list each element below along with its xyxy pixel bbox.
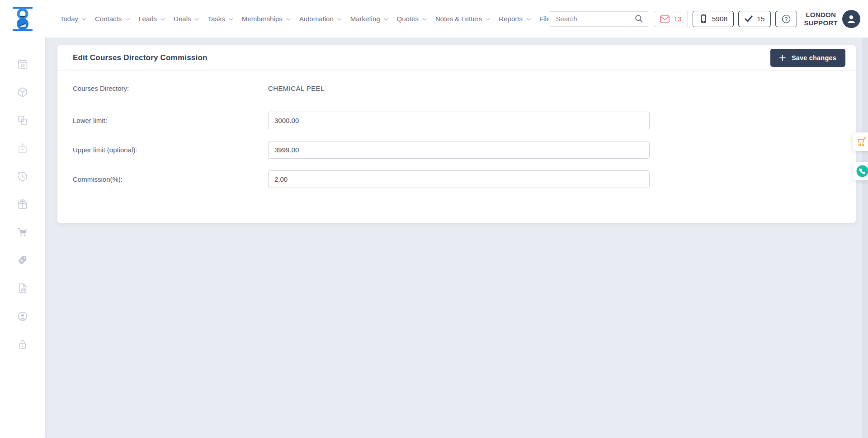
lower-limit-input[interactable]: [268, 112, 650, 129]
sidebar-item-history[interactable]: [17, 170, 28, 182]
sidebar-item-gifts[interactable]: [17, 198, 28, 210]
plus-icon: [779, 55, 786, 61]
sidebar-item-orders[interactable]: [17, 142, 28, 154]
panel-header: Edit Courses Directory Commission Save c…: [57, 45, 856, 71]
phone-icon: [856, 165, 868, 177]
hourglass-logo-icon: [11, 5, 34, 33]
nav-item-deals[interactable]: Deals: [174, 15, 199, 23]
nav-item-leads[interactable]: Leads: [138, 15, 165, 23]
app-logo[interactable]: [0, 0, 45, 38]
mobile-phone-icon: [699, 14, 708, 24]
sidebar-item-shop[interactable]: [17, 226, 28, 238]
tasks-count: 15: [757, 15, 764, 23]
calls-count: 5908: [712, 15, 727, 23]
lower-limit-label: Lower limit:: [73, 117, 268, 124]
chevron-down-icon: [82, 18, 86, 21]
sidebar-item-products[interactable]: [17, 86, 28, 98]
shopping-cart-icon: [17, 226, 28, 238]
commission-input[interactable]: [268, 170, 650, 188]
svg-text:?: ?: [785, 16, 788, 22]
search-box: [549, 11, 649, 27]
commission-label: Commission(%):: [73, 175, 268, 183]
lock-icon: [17, 339, 28, 350]
sidebar-item-support[interactable]: [17, 311, 28, 322]
chevron-down-icon: [160, 18, 165, 21]
tasks-badge[interactable]: 15: [738, 11, 771, 27]
form-row-courses-directory: Courses Directory: CHEMICAL PEEL: [73, 78, 856, 98]
chevron-down-icon: [384, 18, 388, 21]
nav-item-tasks[interactable]: Tasks: [208, 15, 233, 23]
checkmark-icon: [745, 15, 753, 22]
form-row-upper-limit: Upper limit (optional):: [73, 141, 856, 159]
package-cube-icon: [17, 86, 28, 98]
shopping-bag-icon: [17, 142, 28, 154]
messages-badge[interactable]: 13: [654, 11, 688, 27]
chevron-down-icon: [526, 18, 531, 21]
messages-count: 13: [674, 15, 681, 23]
gift-icon: [17, 198, 28, 210]
page-title: Edit Courses Directory Commission: [73, 53, 208, 62]
search-button[interactable]: [629, 12, 649, 26]
nav-item-memberships[interactable]: Memberships: [242, 15, 291, 23]
nav-item-marketing[interactable]: Marketing: [350, 15, 388, 23]
sidebar: 12: [0, 38, 45, 438]
nav-item-reports[interactable]: Reports: [499, 15, 531, 23]
search-input[interactable]: [549, 12, 629, 26]
main-nav: Today Contacts Leads Deals Tasks Members…: [60, 15, 554, 23]
sidebar-item-security[interactable]: [17, 339, 28, 350]
nav-item-contacts[interactable]: Contacts: [95, 15, 130, 23]
phone-floating-button[interactable]: [853, 162, 868, 180]
user-name: LONDON SUPPORT: [804, 11, 838, 27]
scrollbar-track[interactable]: [862, 38, 868, 438]
question-circle-icon: ?: [782, 14, 791, 24]
help-badge[interactable]: ?: [775, 11, 797, 27]
edit-commission-panel: Edit Courses Directory Commission Save c…: [57, 45, 856, 223]
chevron-down-icon: [229, 18, 233, 21]
shopping-cart-icon: [856, 137, 867, 147]
courses-directory-label: Courses Directory:: [73, 85, 268, 92]
chevron-down-icon: [194, 18, 199, 21]
save-changes-button[interactable]: Save changes: [770, 49, 845, 67]
chevron-down-icon: [486, 18, 490, 21]
chevron-down-icon: [286, 18, 291, 21]
calendar-icon: 12: [17, 58, 28, 70]
report-document-icon: [17, 283, 28, 294]
chevron-down-icon: [125, 18, 130, 21]
overlapping-squares-icon: [17, 114, 28, 126]
form-row-lower-limit: Lower limit:: [73, 112, 856, 129]
calls-badge[interactable]: 5908: [693, 11, 734, 27]
nav-item-quotes[interactable]: Quotes: [397, 15, 427, 23]
sidebar-item-reports[interactable]: [17, 283, 28, 294]
svg-text:12: 12: [20, 63, 25, 68]
topbar: Today Contacts Leads Deals Tasks Members…: [0, 0, 868, 38]
panel-body: Courses Directory: CHEMICAL PEEL Lower l…: [57, 71, 856, 188]
user-icon: [846, 14, 857, 24]
courses-directory-value: CHEMICAL PEEL: [268, 85, 325, 92]
price-tag-icon: $: [17, 254, 28, 266]
chevron-down-icon: [422, 18, 427, 21]
nav-item-notes-letters[interactable]: Notes & Letters: [435, 15, 490, 23]
cart-floating-button[interactable]: [853, 132, 868, 151]
search-icon: [635, 14, 643, 23]
sidebar-item-duplicates[interactable]: [17, 114, 28, 126]
form-row-commission: Commission(%):: [73, 170, 856, 188]
topbar-right: 13 5908 15 ? LONDON SUPPORT: [549, 0, 860, 38]
history-clock-icon: [17, 170, 28, 182]
support-person-icon: [17, 311, 28, 322]
sidebar-item-calendar[interactable]: 12: [17, 58, 28, 70]
sidebar-item-pricing[interactable]: $: [17, 254, 28, 266]
nav-item-today[interactable]: Today: [60, 15, 86, 23]
upper-limit-input[interactable]: [268, 141, 650, 159]
envelope-icon: [660, 15, 670, 23]
nav-item-automation[interactable]: Automation: [299, 15, 342, 23]
avatar[interactable]: [842, 10, 860, 28]
upper-limit-label: Upper limit (optional):: [73, 146, 268, 154]
chevron-down-icon: [337, 18, 342, 21]
